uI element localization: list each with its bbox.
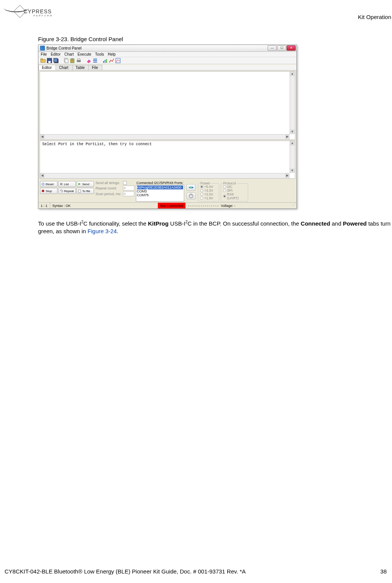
ports-section: Connected I2C/SPI/RX8 Ports: KitProg/0E1… bbox=[136, 181, 184, 202]
power-3v3[interactable]: +3.3V bbox=[200, 189, 217, 192]
power-2v5[interactable]: +2.5V bbox=[200, 192, 217, 196]
resize-grip-icon[interactable]: ⋰ bbox=[291, 203, 296, 208]
scrollbar-vertical[interactable]: ▲ ▼ bbox=[290, 141, 295, 173]
label: Repeat bbox=[64, 189, 74, 193]
list-icon[interactable] bbox=[92, 58, 98, 63]
editor-pane[interactable]: ▲ ▼ ◀ ▶ bbox=[40, 71, 295, 140]
scrollbar-horizontal[interactable]: ◀ ▶ bbox=[40, 134, 290, 139]
label: RX8 (UART) bbox=[227, 192, 246, 200]
menubar: File Editor Chart Execute Tools Help bbox=[38, 52, 296, 57]
svg-rect-3 bbox=[48, 61, 51, 63]
titlebar[interactable]: Bridge Control Panel — ☐ ✕ bbox=[38, 45, 296, 52]
port-item[interactable]: KitProg/0E1E0B2A011A3400 bbox=[137, 186, 183, 189]
scrollbar-vertical[interactable]: ▲ ▼ bbox=[290, 72, 295, 134]
scroll-down-icon[interactable]: ▼ bbox=[290, 130, 295, 134]
tab-strip: Editor Chart Table File bbox=[38, 65, 296, 70]
label: +1.8V bbox=[204, 196, 214, 200]
tab-chart[interactable]: Chart bbox=[56, 65, 72, 70]
open-icon[interactable] bbox=[40, 58, 46, 63]
send-button[interactable]: Send bbox=[76, 181, 94, 187]
bold-text: KitProg bbox=[148, 220, 169, 227]
separator-icon bbox=[99, 58, 101, 63]
erase-icon[interactable] bbox=[86, 58, 91, 63]
reset-icon bbox=[41, 182, 45, 186]
radio-icon bbox=[200, 185, 203, 188]
figure-link[interactable]: Figure 3-24 bbox=[88, 228, 117, 234]
close-button[interactable]: ✕ bbox=[287, 45, 296, 51]
svg-rect-5 bbox=[54, 58, 57, 62]
scroll-right-icon[interactable]: ▶ bbox=[285, 173, 290, 178]
svg-marker-28 bbox=[191, 186, 194, 189]
protocol-i2c[interactable]: I2C bbox=[223, 185, 246, 189]
output-pane[interactable]: Select Port in the PortList, then try to… bbox=[40, 141, 295, 179]
label: +2.5V bbox=[204, 192, 214, 196]
tab-table[interactable]: Table bbox=[72, 65, 89, 70]
scroll-up-icon[interactable]: ▲ bbox=[290, 72, 295, 76]
reset-button[interactable]: Reset bbox=[40, 181, 57, 187]
body-paragraph: To use the USB-I2C functionality, select… bbox=[38, 219, 392, 235]
power-5v[interactable]: +5.0V bbox=[200, 185, 217, 189]
window-title: Bridge Control Panel bbox=[46, 46, 81, 50]
menu-help[interactable]: Help bbox=[108, 52, 116, 56]
menu-tools[interactable]: Tools bbox=[95, 52, 104, 56]
menu-chart[interactable]: Chart bbox=[64, 52, 73, 56]
statusbar: 1 : 1 Syntax : OK Not Connected - - - - … bbox=[38, 202, 296, 208]
power-1v8[interactable]: +1.8V bbox=[200, 196, 217, 200]
scroll-right-icon[interactable]: ▶ bbox=[285, 135, 290, 139]
svg-rect-1 bbox=[41, 59, 43, 60]
svg-rect-16 bbox=[103, 61, 104, 63]
text: C functionality, select the bbox=[83, 220, 148, 227]
scroll-left-icon[interactable]: ◀ bbox=[40, 173, 45, 178]
menu-file[interactable]: File bbox=[41, 52, 47, 56]
chart2-icon[interactable] bbox=[109, 58, 114, 63]
scroll-left-icon[interactable]: ◀ bbox=[40, 135, 45, 139]
scan-period-input[interactable]: 0 bbox=[123, 191, 134, 196]
svg-rect-9 bbox=[72, 58, 73, 59]
send-all-label: Send all strings: bbox=[96, 181, 121, 185]
print-icon[interactable] bbox=[76, 58, 81, 63]
svg-rect-11 bbox=[78, 59, 80, 60]
radio-icon bbox=[200, 189, 203, 192]
tab-editor[interactable]: Editor bbox=[38, 65, 56, 70]
tofile-icon bbox=[78, 189, 81, 193]
status-syntax: Syntax : OK bbox=[50, 203, 158, 208]
send-all-checkbox[interactable] bbox=[123, 181, 127, 185]
app-icon bbox=[40, 46, 45, 51]
label: +5.0V bbox=[204, 185, 214, 189]
tab-file[interactable]: File bbox=[88, 65, 102, 70]
scroll-up-icon[interactable]: ▲ bbox=[290, 141, 295, 146]
figure-caption: Figure 3-23. Bridge Control Panel bbox=[38, 36, 392, 42]
scrollbar-horizontal[interactable]: ◀ ▶ bbox=[40, 173, 290, 178]
connect-button[interactable] bbox=[186, 184, 196, 191]
scroll-down-icon[interactable]: ▼ bbox=[290, 168, 295, 173]
action-buttons: Reset List Send Stop Repeat To file bbox=[40, 181, 94, 194]
protocol-spi[interactable]: SPI bbox=[223, 189, 246, 192]
text: To use the USB-I bbox=[38, 220, 81, 227]
protocol-rx8[interactable]: RX8 (UART) bbox=[223, 192, 246, 200]
repeat-button[interactable]: Repeat bbox=[58, 188, 76, 194]
svg-marker-12 bbox=[87, 60, 91, 63]
menu-editor[interactable]: Editor bbox=[51, 52, 61, 56]
status-right: - - - - - - - - - - - - - - - Voltage: - bbox=[186, 203, 291, 208]
port-item[interactable]: COM3 bbox=[137, 189, 183, 193]
copy-icon[interactable] bbox=[63, 58, 69, 63]
label: +3.3V bbox=[204, 189, 214, 192]
chart3-icon[interactable] bbox=[115, 58, 121, 63]
protocol-label: Protocol bbox=[223, 181, 237, 185]
power-toggle-button[interactable] bbox=[186, 192, 196, 199]
chart1-icon[interactable] bbox=[102, 58, 108, 63]
save-icon[interactable] bbox=[47, 58, 52, 63]
minimize-button[interactable]: — bbox=[268, 45, 277, 51]
port-item[interactable]: COM75 bbox=[137, 193, 183, 197]
paste-icon[interactable] bbox=[70, 58, 75, 63]
list-icon bbox=[59, 182, 63, 186]
tofile-button[interactable]: To file bbox=[76, 188, 94, 194]
list-button[interactable]: List bbox=[58, 181, 76, 187]
maximize-button[interactable]: ☐ bbox=[277, 45, 286, 51]
save-all-icon[interactable] bbox=[53, 58, 59, 63]
repeat-count-input[interactable]: 0 bbox=[123, 186, 134, 191]
power-group: Power +5.0V +3.3V +2.5V +1.8V bbox=[198, 183, 219, 202]
stop-button[interactable]: Stop bbox=[40, 188, 57, 194]
ports-list[interactable]: KitProg/0E1E0B2A011A3400 COM3 COM75 bbox=[136, 185, 184, 202]
menu-execute[interactable]: Execute bbox=[78, 52, 91, 56]
